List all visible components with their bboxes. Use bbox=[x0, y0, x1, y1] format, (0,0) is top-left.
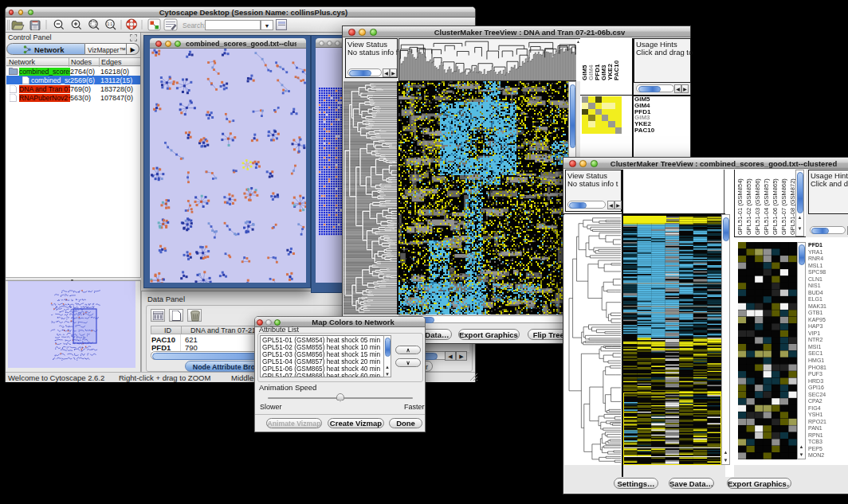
svg-text:1:1: 1:1 bbox=[108, 22, 113, 26]
